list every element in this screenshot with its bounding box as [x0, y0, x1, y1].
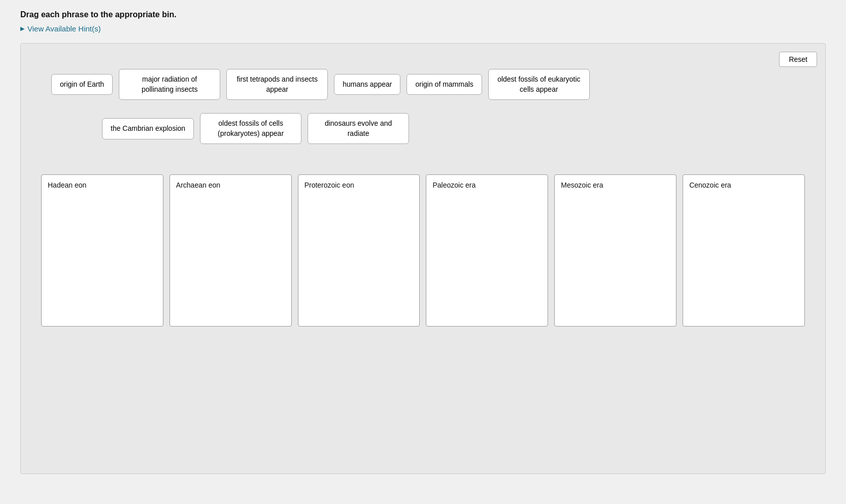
drag-items-row2: the Cambrian explosionoldest fossils of …: [46, 113, 409, 144]
drop-bin-hadean[interactable]: Hadean eon: [41, 174, 163, 327]
drop-bin-proterozoic[interactable]: Proterozoic eon: [298, 174, 420, 327]
drop-bin-paleozoic[interactable]: Paleozoic era: [426, 174, 548, 327]
drag-items-row1: origin of Earthmajor radiation of pollin…: [46, 69, 590, 100]
drag-item-oldest-eukaryotic[interactable]: oldest fossils of eukaryotic cells appea…: [488, 69, 590, 100]
drag-item-major-radiation[interactable]: major radiation of pollinating insects: [119, 69, 220, 100]
drag-items-area: origin of Earthmajor radiation of pollin…: [36, 54, 810, 154]
drag-item-first-tetrapods[interactable]: first tetrapods and insects appear: [226, 69, 328, 100]
hint-link[interactable]: View Available Hint(s): [20, 24, 826, 33]
drag-item-dinosaurs-evolve[interactable]: dinosaurs evolve and radiate: [308, 113, 409, 144]
drop-bin-cenozoic[interactable]: Cenozoic era: [683, 174, 805, 327]
drag-item-cambrian-explosion[interactable]: the Cambrian explosion: [102, 118, 194, 139]
drag-item-origin-mammals[interactable]: origin of mammals: [407, 74, 482, 95]
drop-bin-label-cenozoic: Cenozoic era: [689, 181, 798, 189]
drop-bin-archaean[interactable]: Archaean eon: [170, 174, 292, 327]
drag-item-origin-earth[interactable]: origin of Earth: [51, 74, 113, 95]
drop-bins-area: Hadean eonArchaean eonProterozoic eonPal…: [36, 164, 810, 332]
drag-item-humans-appear[interactable]: humans appear: [334, 74, 400, 95]
drop-bin-label-paleozoic: Paleozoic era: [432, 181, 542, 189]
drop-bin-label-archaean: Archaean eon: [176, 181, 285, 189]
page-container: Drag each phrase to the appropriate bin.…: [0, 0, 846, 484]
main-box: Reset origin of Earthmajor radiation of …: [20, 43, 826, 474]
drop-bin-label-hadean: Hadean eon: [48, 181, 157, 189]
drop-bin-label-mesozoic: Mesozoic era: [561, 181, 670, 189]
drop-bin-mesozoic[interactable]: Mesozoic era: [554, 174, 676, 327]
drop-bin-label-proterozoic: Proterozoic eon: [304, 181, 414, 189]
drag-item-oldest-prokaryotes[interactable]: oldest fossils of cells (prokaryotes) ap…: [200, 113, 301, 144]
instruction-text: Drag each phrase to the appropriate bin.: [20, 10, 826, 19]
reset-button[interactable]: Reset: [779, 52, 817, 67]
